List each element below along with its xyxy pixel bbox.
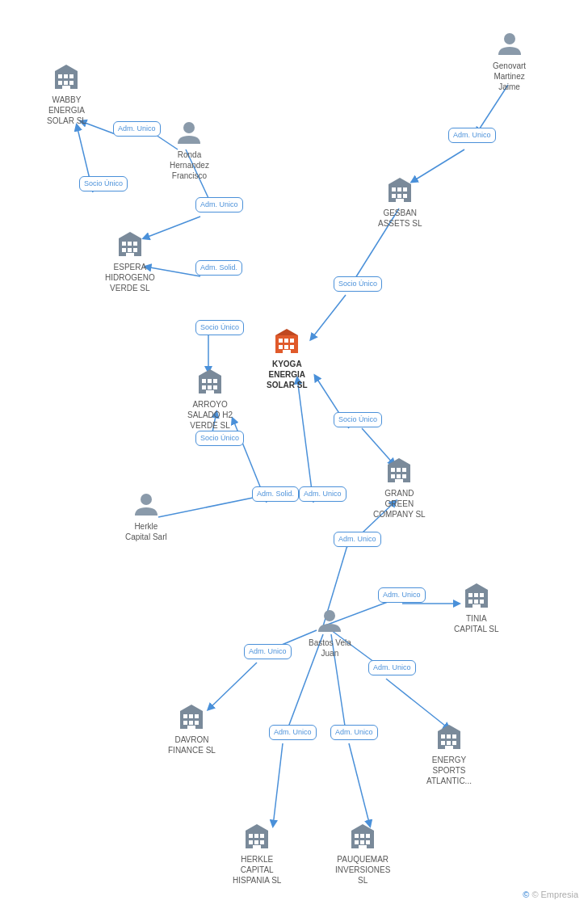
svg-line-21	[386, 679, 449, 729]
svg-rect-90	[480, 593, 484, 597]
svg-line-19	[208, 663, 257, 709]
svg-rect-60	[279, 339, 283, 343]
svg-marker-132	[351, 824, 374, 831]
svg-rect-69	[202, 379, 206, 383]
svg-rect-108	[447, 734, 451, 739]
svg-rect-93	[480, 600, 484, 604]
node-wabby: WABBY ENERGIA SOLAR SL	[47, 63, 86, 126]
badge-adm-unico-7[interactable]: Adm. Unico	[244, 644, 292, 659]
node-kyoga: KYOGA ENERGIA SOLAR SL	[267, 327, 308, 390]
svg-rect-65	[290, 345, 294, 349]
building-icon-pauquemar	[348, 823, 377, 852]
building-icon-arroyo	[195, 368, 225, 397]
svg-rect-78	[391, 468, 395, 472]
svg-marker-58	[119, 232, 141, 238]
badge-adm-unico-10[interactable]: Adm. Unico	[330, 725, 378, 740]
svg-rect-64	[284, 345, 288, 349]
svg-rect-32	[64, 74, 68, 78]
svg-rect-71	[213, 379, 217, 383]
building-icon-grand	[384, 457, 414, 486]
svg-rect-46	[397, 194, 401, 198]
label-bastos: Bastos Vela Juan	[309, 638, 351, 659]
svg-rect-126	[360, 834, 364, 838]
svg-line-23	[273, 743, 283, 826]
svg-rect-113	[445, 746, 453, 749]
building-icon-davron	[177, 703, 206, 732]
svg-rect-127	[366, 834, 370, 838]
svg-line-10	[311, 295, 346, 339]
label-arroyo: ARROYO SALADO H2 VERDE SL	[187, 399, 233, 431]
svg-rect-54	[122, 248, 126, 252]
svg-rect-89	[474, 593, 478, 597]
svg-rect-117	[254, 834, 258, 838]
badge-adm-solid-2[interactable]: Adm. Solid.	[252, 486, 299, 502]
badge-socio-unico-3[interactable]: Socio Único	[334, 276, 382, 292]
svg-rect-83	[402, 474, 406, 478]
node-gesban: GESBAN ASSETS SL	[378, 176, 422, 229]
svg-rect-48	[396, 199, 404, 202]
svg-line-0	[477, 85, 508, 133]
svg-line-25	[349, 743, 370, 826]
svg-rect-92	[474, 600, 478, 604]
svg-rect-100	[195, 714, 199, 718]
svg-rect-122	[253, 845, 261, 848]
svg-rect-42	[392, 187, 396, 191]
badge-socio-unico-4[interactable]: Socio Único	[195, 431, 244, 446]
label-herkle-person: Herkle Capital Sarl	[125, 521, 167, 542]
svg-rect-52	[128, 242, 132, 246]
person-icon-bastos	[316, 608, 343, 635]
svg-marker-76	[199, 369, 221, 376]
building-icon-espera	[116, 230, 145, 259]
svg-point-39	[183, 122, 195, 133]
svg-rect-103	[195, 721, 199, 725]
building-icon-kyoga	[272, 327, 301, 356]
svg-rect-118	[260, 834, 264, 838]
svg-rect-109	[452, 734, 456, 739]
badge-adm-unico-8[interactable]: Adm. Unico	[368, 660, 416, 675]
svg-line-26	[158, 497, 257, 517]
label-herkle-cap: HERKLE CAPITAL HISPANIA SL	[233, 854, 281, 886]
watermark: © © Empresia	[523, 890, 578, 899]
badge-socio-unico-1[interactable]: Socio Único	[79, 176, 128, 191]
person-icon-genovart	[496, 31, 523, 58]
badge-adm-unico-6[interactable]: Adm. Unico	[378, 587, 426, 603]
svg-marker-85	[388, 458, 410, 465]
label-pauquemar: PAUQUEMAR INVERSIONES SL	[335, 854, 390, 886]
badge-adm-solid-1[interactable]: Adm. Solid.	[195, 260, 242, 276]
svg-rect-43	[397, 187, 401, 191]
svg-rect-102	[189, 721, 193, 725]
svg-marker-67	[275, 329, 298, 335]
svg-rect-111	[447, 741, 451, 745]
svg-rect-73	[208, 385, 212, 389]
node-tinia: TINIA CAPITAL SL	[454, 582, 499, 634]
svg-line-15	[297, 378, 313, 503]
svg-rect-101	[183, 721, 187, 725]
svg-rect-51	[122, 242, 126, 246]
badge-adm-unico-4[interactable]: Adm. Unico	[299, 486, 346, 502]
svg-rect-62	[290, 339, 294, 343]
node-davron: DAVRON FINANCE SL	[168, 703, 216, 755]
svg-rect-94	[472, 604, 481, 608]
svg-point-86	[141, 494, 152, 505]
svg-rect-44	[403, 187, 407, 191]
svg-rect-53	[133, 242, 137, 246]
label-wabby: WABBY ENERGIA SOLAR SL	[47, 95, 86, 126]
svg-rect-35	[64, 81, 68, 85]
badge-adm-unico-5[interactable]: Adm. Unico	[334, 532, 381, 547]
badge-adm-unico-1[interactable]: Adm. Unico	[113, 121, 161, 137]
svg-rect-61	[284, 339, 288, 343]
svg-marker-114	[438, 725, 460, 731]
badge-adm-unico-3[interactable]: Adm. Unico	[448, 128, 496, 143]
node-arroyo: ARROYO SALADO H2 VERDE SL	[187, 368, 233, 431]
badge-socio-unico-5[interactable]: Socio Único	[334, 412, 382, 427]
svg-rect-75	[206, 390, 214, 393]
svg-rect-47	[403, 194, 407, 198]
svg-marker-105	[180, 705, 203, 711]
svg-rect-36	[69, 81, 74, 85]
svg-rect-37	[62, 86, 70, 89]
svg-rect-91	[468, 600, 472, 604]
badge-adm-unico-2[interactable]: Adm. Unico	[195, 197, 243, 213]
badge-socio-unico-2[interactable]: Socio Único	[195, 320, 244, 335]
node-ronda: Ronda Hernandez Francisco	[170, 120, 209, 181]
badge-adm-unico-9[interactable]: Adm. Unico	[269, 725, 317, 740]
